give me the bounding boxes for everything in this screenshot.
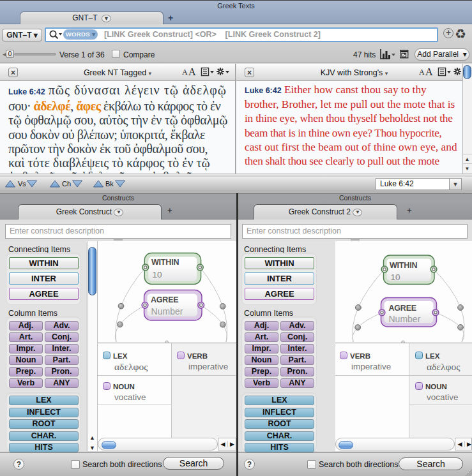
svg-text:A: A bbox=[425, 66, 433, 77]
svg-text:A: A bbox=[182, 68, 188, 77]
svg-text:Ch: Ch bbox=[62, 180, 71, 188]
svg-text:WITHIN: WITHIN bbox=[390, 261, 417, 270]
svg-text:AGREE: AGREE bbox=[389, 304, 416, 313]
svg-text:10: 10 bbox=[391, 272, 400, 282]
svg-text:Bk: Bk bbox=[105, 180, 114, 188]
svg-text:A: A bbox=[188, 66, 196, 77]
svg-text:A: A bbox=[419, 68, 425, 77]
svg-text:Number: Number bbox=[151, 306, 183, 316]
svg-text:10: 10 bbox=[153, 270, 162, 279]
svg-text:Vs: Vs bbox=[18, 180, 26, 188]
svg-text:WITHIN: WITHIN bbox=[151, 258, 179, 267]
svg-text:Number: Number bbox=[389, 314, 421, 324]
svg-text:AGREE: AGREE bbox=[151, 295, 178, 304]
